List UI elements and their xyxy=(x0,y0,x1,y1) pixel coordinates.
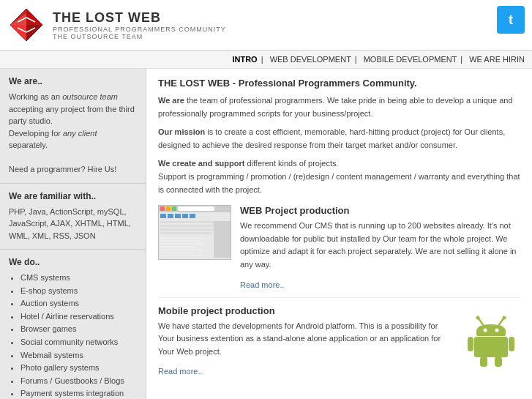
sidebar-weare-text: Working as an outsource team accepting a… xyxy=(9,91,137,176)
sidebar-wedo-item: Payment systems integration xyxy=(20,387,137,399)
sidebar-wedo-item: Forums / Guestbooks / Blogs xyxy=(20,375,137,388)
mobile-project-read-more[interactable]: Read more.. xyxy=(158,367,203,376)
svg-rect-39 xyxy=(468,337,473,351)
svg-rect-27 xyxy=(160,243,204,245)
create-support-strong: We create and support xyxy=(158,159,244,168)
svg-point-35 xyxy=(503,316,506,320)
sidebar-section-we-are: We are.. Working as an outsource team ac… xyxy=(0,69,146,184)
svg-rect-31 xyxy=(160,255,204,256)
sidebar-section-familiar: We are familiar with.. PHP, Java, Action… xyxy=(0,184,146,250)
svg-marker-3 xyxy=(26,25,42,41)
our-mission-strong: Our mission xyxy=(158,127,205,136)
mobile-project-block: Mobile project production We have starte… xyxy=(158,297,520,377)
nav-item-web-development[interactable]: WEB DEVELOPMENT xyxy=(270,55,351,64)
svg-rect-18 xyxy=(182,214,188,218)
site-subtitle: PROFESSIONAL PROGRAMMERS COMMUNITY xyxy=(53,26,226,33)
main-title-strong: THE LOST WEB xyxy=(158,78,230,89)
svg-rect-15 xyxy=(160,214,166,218)
sidebar-wedo-item: CMS systems xyxy=(20,272,137,285)
our-mission-text: is to create a cost efficient, memorable… xyxy=(158,127,505,149)
svg-rect-25 xyxy=(160,237,204,239)
sidebar-wedo-item: Hotel / Airline reservations xyxy=(20,310,137,324)
mobile-project-text: We have started the developments for And… xyxy=(158,320,453,359)
nav-item-intro[interactable]: INTRO xyxy=(232,55,257,64)
svg-marker-4 xyxy=(10,25,26,41)
svg-rect-16 xyxy=(168,214,173,218)
web-project-thumbnail xyxy=(158,205,231,260)
svg-rect-26 xyxy=(160,240,201,242)
create-support-text: different kinds of projects. xyxy=(244,159,338,168)
main-para3: We create and support different kinds of… xyxy=(158,157,520,196)
svg-rect-19 xyxy=(190,214,195,218)
sidebar-familiar-text: PHP, Java, ActionScript, mySQL, JavaScri… xyxy=(9,206,137,242)
support-detail-text: Support is programming / promotion / (re… xyxy=(158,172,520,194)
svg-rect-30 xyxy=(160,252,193,253)
sidebar-section-wedo: We do.. CMS systemsE-shop systemsAuction… xyxy=(0,250,146,399)
svg-rect-17 xyxy=(175,214,181,218)
svg-line-32 xyxy=(479,318,484,326)
sidebar-wedo-item: Browser games xyxy=(20,323,137,336)
svg-rect-12 xyxy=(166,206,171,211)
main-title-dash: - Professional Programmers Community. xyxy=(230,78,417,89)
android-logo xyxy=(462,305,520,377)
any-client-em: any client xyxy=(63,129,97,138)
we-are-strong: We are xyxy=(158,96,184,105)
svg-rect-38 xyxy=(474,337,508,357)
nav-bar: INTRO | WEB DEVELOPMENT | MOBILE DEVELOP… xyxy=(0,51,532,69)
svg-rect-29 xyxy=(160,249,203,250)
svg-rect-21 xyxy=(160,225,219,227)
site-title: THE LOST WEB xyxy=(53,10,226,26)
web-project-heading: WEB Project production xyxy=(240,205,520,216)
nav-item-mobile-development[interactable]: MOBILE DEVELOPMENT xyxy=(364,55,457,64)
sidebar: We are.. Working as an outsource team ac… xyxy=(0,69,146,399)
svg-rect-24 xyxy=(214,221,231,258)
svg-point-37 xyxy=(495,329,499,332)
svg-rect-40 xyxy=(509,337,514,351)
twitter-button[interactable]: t xyxy=(497,6,525,34)
web-project-block: WEB Project production We recommend Our … xyxy=(158,205,520,289)
svg-line-34 xyxy=(498,318,503,326)
nav: INTRO | WEB DEVELOPMENT | MOBILE DEVELOP… xyxy=(0,51,532,69)
sidebar-wedo-item: Photo gallery systems xyxy=(20,362,137,375)
main-intro-title: THE LOST WEB - Professional Programmers … xyxy=(158,78,520,89)
svg-rect-23 xyxy=(160,232,211,234)
svg-rect-28 xyxy=(160,246,197,247)
logo-icon xyxy=(7,6,45,44)
svg-rect-42 xyxy=(495,357,502,367)
main-content: THE LOST WEB - Professional Programmers … xyxy=(146,69,532,399)
web-project-content: WEB Project production We recommend Our … xyxy=(240,205,520,289)
main-para1: We are the team of professional programm… xyxy=(158,94,520,120)
svg-rect-14 xyxy=(178,206,214,211)
mobile-project-heading: Mobile project production xyxy=(158,305,453,316)
web-project-text: We recommend Our CMS that is running up … xyxy=(240,220,520,271)
sidebar-familiar-heading: We are familiar with.. xyxy=(9,191,137,201)
we-are-text: the team of professional programmers. We… xyxy=(158,96,513,118)
nav-item-hiring[interactable]: WE ARE HIRIN xyxy=(469,55,525,64)
svg-rect-13 xyxy=(172,206,176,211)
logo-box: THE LOST WEB PROFESSIONAL PROGRAMMERS CO… xyxy=(7,6,226,44)
sidebar-wedo-item: Social community networks xyxy=(20,336,137,349)
mobile-project-content: Mobile project production We have starte… xyxy=(158,305,453,377)
svg-point-36 xyxy=(484,329,487,332)
logo-text: THE LOST WEB PROFESSIONAL PROGRAMMERS CO… xyxy=(53,10,226,40)
svg-point-33 xyxy=(476,316,480,320)
svg-rect-41 xyxy=(480,357,487,367)
site-tagline: THE OUTSOURCE TEAM xyxy=(53,33,226,40)
layout: We are.. Working as an outsource team ac… xyxy=(0,69,532,399)
header: THE LOST WEB PROFESSIONAL PROGRAMMERS CO… xyxy=(0,0,532,51)
sidebar-wedo-item: Webmail systems xyxy=(20,349,137,362)
sidebar-wedo-list: CMS systemsE-shop systemsAuction systems… xyxy=(9,272,137,399)
svg-rect-11 xyxy=(160,206,165,211)
main-para2: Our mission is to create a cost efficien… xyxy=(158,126,520,152)
sidebar-wedo-heading: We do.. xyxy=(9,257,137,267)
sidebar-wedo-item: Auction systems xyxy=(20,297,137,310)
svg-marker-2 xyxy=(26,9,42,25)
web-project-read-more[interactable]: Read more.. xyxy=(240,280,285,289)
outsource-em: outsource team xyxy=(62,92,118,101)
sidebar-wedo-item: E-shop systems xyxy=(20,285,137,298)
sidebar-weare-heading: We are.. xyxy=(9,76,137,86)
